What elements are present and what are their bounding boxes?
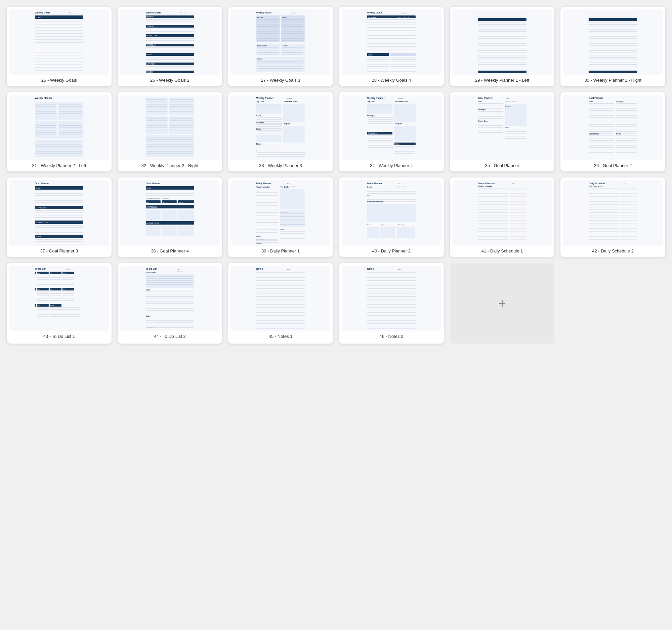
svg-text:THU: THU	[37, 289, 40, 290]
card-30[interactable]: 30 - Weekly Planner 1 - Right	[560, 7, 665, 86]
svg-text:Weekly Goals: Weekly Goals	[367, 11, 383, 14]
svg-text:Progress: Progress	[505, 105, 511, 107]
card-44[interactable]: To Do List Date: M T W T F S S Top prior…	[118, 263, 222, 344]
svg-rect-225	[145, 97, 167, 115]
svg-text:MONDAY: MONDAY	[146, 16, 153, 18]
svg-text:To Do List: To Do List	[145, 267, 157, 270]
svg-text:NOTES: NOTES	[257, 58, 262, 60]
card-29[interactable]: 29 - Weekly Planner 1 - Left	[450, 7, 555, 86]
svg-text:To do list...: To do list...	[281, 211, 288, 213]
svg-rect-517	[367, 227, 379, 238]
svg-text:Weekly Planner: Weekly Planner	[256, 97, 274, 99]
card-46[interactable]: Notes Date: 46 - Notes 2	[339, 263, 444, 344]
svg-text:Today's schedule: Today's schedule	[589, 185, 603, 187]
svg-text:NOTES: NOTES	[35, 236, 42, 238]
card-label-35: 35 - Goal Planner	[485, 163, 520, 168]
svg-text:Date:: Date:	[398, 183, 402, 185]
svg-text:For tomorrow...: For tomorrow...	[256, 239, 265, 240]
svg-rect-360	[586, 95, 640, 160]
svg-text:Date:: Date:	[287, 183, 291, 185]
svg-text:ACTION STEPS: ACTION STEPS	[146, 222, 159, 224]
card-label-46: 46 - Notes 2	[379, 334, 403, 339]
svg-rect-240	[169, 116, 194, 134]
svg-rect-699	[254, 265, 308, 331]
card-+[interactable]: +	[450, 263, 555, 344]
card-label-26: 26 - Weekly Goals 2	[150, 78, 190, 83]
svg-text:WED: WED	[398, 17, 401, 18]
svg-rect-452	[162, 210, 176, 220]
card-preview-30	[563, 9, 663, 75]
card-preview-46: Notes Date:	[342, 265, 441, 331]
svg-text:Goals: Goals	[256, 115, 261, 117]
svg-text:Week of:: Week of:	[287, 97, 293, 99]
card-33[interactable]: Weekly Planner Week of: Top Goals Motiva…	[228, 92, 333, 171]
card-35[interactable]: Goal Planner Name: Motivation Reward: Go…	[450, 92, 555, 171]
card-40[interactable]: Daily Planner Date: M T W T F S S Goals …	[339, 178, 444, 257]
card-42[interactable]: Daily Schedule Note: Today's schedule 42…	[560, 178, 665, 257]
card-26[interactable]: Weekly Goals Week of: MONDAY TUESDAY WED…	[118, 7, 222, 86]
card-41[interactable]: Daily Schedule Date: Today's schedule 41…	[450, 178, 555, 257]
card-27[interactable]: Weekly Goals Week of: ACTIONS EVENTS ACH…	[228, 7, 333, 86]
svg-rect-188	[35, 101, 83, 101]
card-label-30: 30 - Weekly Planner 1 - Right	[584, 78, 642, 83]
svg-rect-608	[32, 265, 86, 331]
svg-text:Strategies: Strategies	[478, 109, 486, 111]
svg-rect-437	[145, 186, 194, 190]
svg-text:Tasks: Tasks	[145, 289, 150, 291]
svg-text:Links: Links	[256, 143, 261, 145]
svg-text:GOALS: GOALS	[35, 187, 42, 189]
svg-rect-119	[390, 53, 416, 56]
svg-text:SUNDAY: SUNDAY	[146, 71, 153, 73]
card-preview-35: Goal Planner Name: Motivation Reward: Go…	[453, 95, 552, 160]
svg-rect-268	[283, 103, 305, 122]
card-label-43: 43 - To Do List 1	[43, 334, 75, 339]
svg-text:Action Steps: Action Steps	[478, 120, 488, 122]
svg-text:Habits: Habits	[256, 128, 262, 130]
svg-text:To Do List: To Do List	[35, 267, 46, 270]
svg-rect-317	[394, 126, 416, 141]
card-39[interactable]: Daily Planner Date: M T W T F S S Today'…	[228, 178, 333, 257]
card-36[interactable]: Goal Planner Goals Strategies Action Ste…	[560, 92, 665, 171]
card-label-34: 34 - Weekly Planner 4	[370, 163, 413, 168]
svg-text:Date:: Date:	[287, 268, 291, 270]
svg-rect-655	[35, 304, 36, 307]
svg-text:Follow Up: Follow Up	[398, 224, 405, 226]
card-25[interactable]: Weekly Goals Week of: GOALS ACTION STEPS…	[7, 7, 112, 86]
svg-text:Motivation Reward:: Motivation Reward:	[505, 101, 517, 102]
card-38[interactable]: Goal Planner GOAL Each day, write down P…	[118, 178, 222, 257]
card-43[interactable]: To Do List Week of: MONTUEWED THUFRISAT …	[7, 263, 112, 344]
card-label-42: 42 - Daily Schedule 2	[592, 249, 634, 254]
svg-text:Notes: Notes	[367, 267, 374, 270]
svg-rect-453	[178, 210, 194, 220]
svg-text:Weekly Goals: Weekly Goals	[145, 11, 161, 14]
svg-text:EVENTS: EVENTS	[282, 17, 287, 19]
svg-text:Notes: Notes	[616, 133, 621, 135]
svg-rect-346	[504, 104, 526, 126]
card-preview-43: To Do List Week of: MONTUEWED THUFRISAT …	[9, 265, 109, 331]
card-34[interactable]: Weekly Planner Week of: Top Goals Motiva…	[339, 92, 444, 171]
card-31[interactable]: Weekly Planner 31 - Weekly Planner 2 - L…	[7, 92, 112, 171]
svg-text:MON: MON	[37, 273, 40, 274]
svg-rect-611	[35, 272, 36, 274]
svg-text:Week of:: Week of:	[69, 12, 75, 14]
svg-text:Progress: Progress	[283, 123, 290, 125]
card-45[interactable]: Notes Date: 45 - Notes 1	[228, 263, 333, 344]
svg-rect-164	[589, 18, 637, 21]
svg-text:FRI: FRI	[408, 17, 410, 18]
svg-rect-185	[589, 71, 637, 73]
svg-text:Goals: Goals	[367, 186, 372, 188]
svg-rect-288	[256, 135, 282, 142]
card-28[interactable]: Weekly Goals Week of: TOP GOALS WED THU …	[339, 7, 444, 86]
svg-text:Date:: Date:	[176, 268, 180, 270]
svg-text:LET IT GO: LET IT GO	[282, 45, 289, 47]
card-32[interactable]: 32 - Weekly Planner 2 - Right	[118, 92, 222, 171]
svg-rect-204	[58, 121, 83, 139]
card-label-45: 45 - Notes 1	[269, 334, 293, 339]
svg-text:For tomorrow...: For tomorrow...	[145, 327, 154, 328]
svg-text:WEDNESDAY: WEDNESDAY	[146, 34, 157, 37]
svg-text:Top Goals: Top Goals	[256, 100, 264, 102]
card-preview-33: Weekly Planner Week of: Top Goals Motiva…	[231, 95, 330, 160]
svg-rect-97	[364, 9, 418, 75]
card-37[interactable]: Goal Planner GOALS STRATEGIES ACTION STE…	[7, 178, 112, 257]
svg-text:Activities: Activities	[256, 121, 264, 123]
